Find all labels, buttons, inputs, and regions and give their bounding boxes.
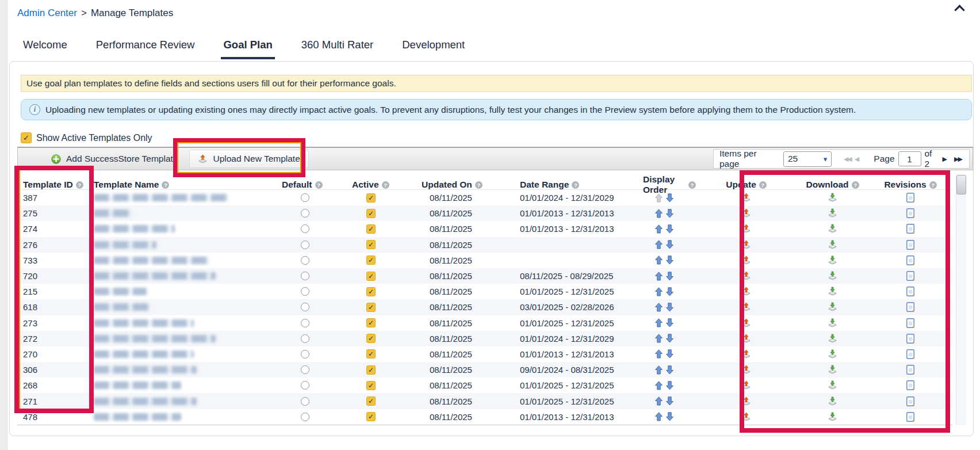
revisions-document-icon[interactable] (906, 318, 914, 328)
tab-welcome[interactable]: Welcome (22, 39, 68, 60)
tab-performance-review[interactable]: Performance Review (95, 39, 196, 60)
move-up-icon[interactable] (655, 349, 663, 359)
move-down-icon[interactable] (666, 365, 673, 375)
move-down-icon[interactable] (666, 349, 673, 359)
template-name-link[interactable] (94, 241, 156, 249)
update-icon[interactable] (741, 302, 751, 312)
active-checkbox[interactable]: ✓ (366, 240, 376, 249)
default-radio[interactable] (301, 193, 309, 202)
move-up-icon[interactable] (655, 318, 663, 327)
move-up-icon[interactable] (655, 193, 663, 203)
update-icon[interactable] (741, 208, 751, 218)
items-per-page-select[interactable]: 25 ▾ (783, 151, 832, 167)
revisions-document-icon[interactable] (906, 271, 914, 281)
update-icon[interactable] (741, 271, 751, 281)
active-checkbox[interactable]: ✓ (366, 381, 376, 390)
download-icon[interactable] (828, 193, 837, 203)
active-checkbox[interactable]: ✓ (366, 209, 376, 218)
default-radio[interactable] (301, 413, 309, 421)
template-name-link[interactable] (94, 398, 197, 405)
template-name-link[interactable] (94, 209, 131, 217)
active-checkbox[interactable]: ✓ (366, 318, 376, 327)
active-checkbox[interactable]: ✓ (366, 255, 376, 265)
default-radio[interactable] (301, 256, 309, 265)
move-up-icon[interactable] (655, 209, 663, 218)
download-icon[interactable] (828, 365, 837, 375)
revisions-document-icon[interactable] (906, 334, 914, 344)
active-checkbox[interactable]: ✓ (366, 193, 376, 203)
revisions-document-icon[interactable] (906, 287, 914, 296)
help-icon[interactable]: ? (162, 181, 169, 189)
move-up-icon[interactable] (655, 412, 663, 421)
active-checkbox[interactable]: ✓ (366, 412, 376, 421)
template-name-link[interactable] (94, 288, 147, 295)
update-icon[interactable] (741, 287, 751, 296)
template-name-link[interactable] (94, 382, 181, 389)
move-down-icon[interactable] (666, 272, 673, 281)
revisions-document-icon[interactable] (906, 349, 914, 359)
help-icon[interactable]: ? (759, 181, 767, 189)
move-up-icon[interactable] (655, 334, 663, 343)
show-active-checkbox[interactable]: ✓ (21, 132, 32, 143)
update-icon[interactable] (741, 365, 751, 375)
table-scrollbar-track[interactable] (956, 174, 966, 425)
revisions-document-icon[interactable] (906, 412, 914, 422)
first-page-icon[interactable]: ◀◀ (844, 155, 851, 163)
move-down-icon[interactable] (666, 334, 673, 343)
revisions-document-icon[interactable] (906, 208, 914, 218)
move-down-icon[interactable] (666, 209, 673, 218)
move-down-icon[interactable] (666, 318, 673, 327)
last-page-icon[interactable]: ▶▶ (954, 155, 962, 163)
tab-development[interactable]: Development (401, 39, 466, 60)
default-radio[interactable] (301, 241, 309, 249)
help-icon[interactable]: ? (852, 181, 859, 189)
move-down-icon[interactable] (666, 255, 673, 265)
collapse-icon[interactable] (955, 5, 964, 13)
revisions-document-icon[interactable] (906, 240, 914, 250)
update-icon[interactable] (741, 396, 751, 406)
default-radio[interactable] (301, 381, 309, 390)
previous-page-icon[interactable]: ◀ (855, 155, 859, 163)
active-checkbox[interactable]: ✓ (366, 224, 376, 234)
default-radio[interactable] (301, 209, 309, 218)
help-icon[interactable]: ? (382, 181, 389, 189)
download-icon[interactable] (828, 302, 837, 312)
upload-new-template-button[interactable]: Upload New Template (189, 150, 308, 168)
template-name-link[interactable] (94, 350, 194, 358)
template-name-link[interactable] (94, 319, 194, 327)
active-checkbox[interactable]: ✓ (366, 349, 376, 359)
template-name-link[interactable] (94, 194, 228, 201)
download-icon[interactable] (828, 349, 837, 359)
download-icon[interactable] (828, 224, 837, 234)
active-checkbox[interactable]: ✓ (366, 287, 376, 296)
default-radio[interactable] (301, 365, 309, 374)
update-icon[interactable] (741, 318, 751, 328)
active-checkbox[interactable]: ✓ (366, 272, 376, 281)
template-name-link[interactable] (94, 225, 175, 232)
active-checkbox[interactable]: ✓ (366, 334, 376, 343)
tab-360-multi-rater[interactable]: 360 Multi Rater (300, 39, 374, 60)
default-radio[interactable] (301, 397, 309, 406)
help-icon[interactable]: ? (76, 181, 83, 189)
move-down-icon[interactable] (666, 396, 673, 406)
update-icon[interactable] (741, 224, 751, 234)
download-icon[interactable] (828, 255, 837, 265)
move-up-icon[interactable] (655, 396, 663, 406)
move-down-icon[interactable] (666, 287, 673, 296)
revisions-document-icon[interactable] (906, 302, 914, 312)
download-icon[interactable] (828, 412, 837, 422)
move-up-icon[interactable] (655, 365, 663, 375)
default-radio[interactable] (301, 272, 309, 280)
table-scrollbar-thumb[interactable] (956, 175, 966, 195)
revisions-document-icon[interactable] (906, 224, 914, 234)
page-number-input[interactable] (898, 151, 921, 166)
move-up-icon[interactable] (655, 381, 663, 390)
move-up-icon[interactable] (655, 287, 663, 296)
download-icon[interactable] (828, 208, 837, 218)
move-up-icon[interactable] (655, 255, 663, 265)
help-icon[interactable]: ? (929, 181, 937, 189)
move-down-icon[interactable] (666, 224, 673, 234)
download-icon[interactable] (828, 240, 837, 250)
template-name-link[interactable] (94, 303, 150, 311)
template-name-link[interactable] (94, 335, 216, 342)
